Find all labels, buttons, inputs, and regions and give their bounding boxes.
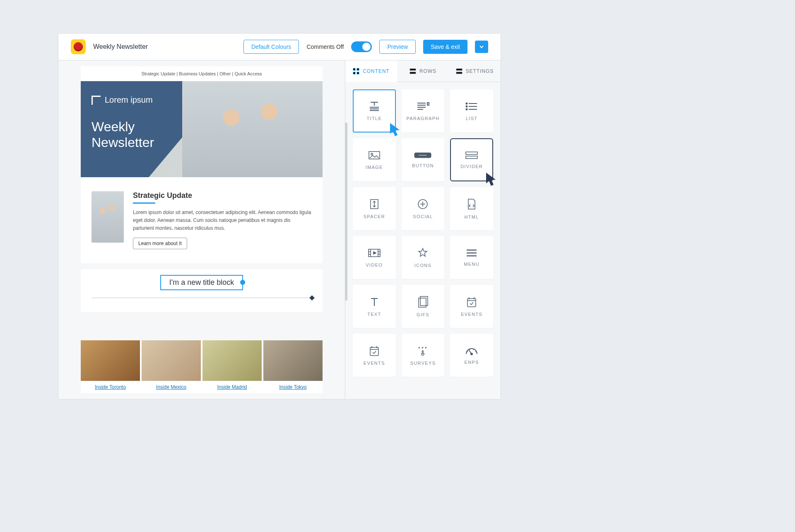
block-paragraph[interactable]: PARAGRAPH: [402, 89, 445, 132]
text-icon: [369, 296, 380, 308]
learn-more-button[interactable]: Learn more about It: [133, 238, 187, 249]
svg-rect-23: [370, 347, 378, 356]
settings-icon: [456, 68, 463, 75]
menu-icon: [465, 248, 478, 258]
svg-point-12: [371, 153, 373, 155]
grid-image: [142, 340, 201, 381]
image-icon: [367, 150, 381, 161]
block-button[interactable]: BUTTON: [402, 138, 445, 181]
calendar-check-icon: [466, 296, 477, 308]
grid-canvas[interactable]: Inside Toronto Inside Mexico Inside Madr…: [81, 340, 323, 393]
brand-name: Lorem ipsum: [105, 95, 153, 105]
default-colours-button[interactable]: Default Colours: [243, 40, 299, 54]
block-enps[interactable]: ENPS: [450, 334, 493, 377]
brand-mark-icon: [92, 96, 101, 105]
tab-rows[interactable]: ROWS: [397, 60, 449, 82]
hero-image: [182, 81, 323, 177]
block-events[interactable]: EVENTS: [450, 285, 493, 328]
strategic-update-section: Strategic Update Lorem ipsum dolor sit a…: [81, 177, 323, 263]
new-title-block[interactable]: I'm a new title block: [160, 275, 243, 290]
svg-rect-3: [357, 72, 359, 74]
gauge-icon: [465, 346, 479, 356]
block-title[interactable]: TITLE: [353, 89, 396, 132]
side-tabs: CONTENT ROWS SETTINGS: [345, 60, 501, 82]
block-menu[interactable]: MENU: [450, 236, 493, 279]
svg-rect-4: [410, 69, 416, 70]
brand-logo: [71, 39, 86, 54]
list-icon: [465, 101, 479, 112]
svg-rect-22: [467, 298, 476, 307]
drag-handle-icon[interactable]: [240, 280, 245, 285]
star-icon: [417, 247, 429, 259]
grid-icon: [353, 68, 359, 75]
svg-rect-11: [369, 152, 380, 159]
preview-button[interactable]: Preview: [379, 40, 416, 54]
spacer-icon: [369, 198, 380, 210]
card-link[interactable]: Inside Madrid: [217, 384, 247, 390]
comments-toggle[interactable]: [351, 41, 372, 52]
card-link[interactable]: Inside Tokyo: [279, 384, 307, 390]
scrollbar[interactable]: [345, 123, 347, 301]
svg-point-9: [466, 106, 467, 107]
document-title: Weekly Newsletter: [93, 43, 148, 51]
svg-point-8: [466, 103, 467, 104]
block-divider[interactable]: DIVIDER: [450, 138, 493, 181]
topbar: Weekly Newsletter Default Colours Commen…: [58, 34, 501, 60]
video-icon: [367, 248, 381, 258]
email-nav: Strategic Update | Business Updates | Ot…: [81, 66, 323, 81]
hero: Lorem ipsum Weekly Newsletter: [81, 81, 323, 177]
editor-body: Strategic Update | Business Updates | Ot…: [58, 60, 501, 399]
rows-icon: [410, 68, 416, 75]
block-text[interactable]: TEXT: [353, 285, 396, 328]
divider-preview: [92, 298, 312, 298]
tab-settings[interactable]: SETTINGS: [449, 60, 501, 82]
svg-rect-2: [353, 72, 355, 74]
svg-point-10: [466, 109, 467, 110]
title-icon: [367, 101, 381, 112]
svg-rect-14: [419, 155, 427, 156]
html-icon: [466, 198, 477, 210]
block-events-2[interactable]: EVENTS: [353, 334, 396, 377]
grid-image: [81, 340, 140, 381]
block-spacer[interactable]: SPACER: [353, 187, 396, 230]
card-link[interactable]: Inside Mexico: [156, 384, 186, 390]
block-list[interactable]: LIST: [450, 89, 493, 132]
content-blocks: TITLE PARAGRAPH LIST IMAGE BUTTON: [345, 82, 501, 381]
save-exit-dropdown[interactable]: [475, 41, 488, 53]
block-social[interactable]: SOCIAL: [402, 187, 445, 230]
tab-content[interactable]: CONTENT: [345, 60, 397, 82]
save-exit-button[interactable]: Save & exit: [423, 40, 467, 54]
block-image[interactable]: IMAGE: [353, 138, 396, 181]
svg-rect-0: [353, 68, 355, 70]
svg-rect-1: [357, 68, 359, 70]
button-icon: [414, 152, 432, 159]
section-title: Strategic Update: [133, 191, 312, 204]
social-icon: [417, 198, 429, 210]
svg-rect-15: [466, 152, 477, 154]
side-panel: CONTENT ROWS SETTINGS TITLE: [345, 60, 501, 399]
section-body: Lorem ipsum dolor sit amet, consectetuer…: [133, 209, 312, 233]
block-gifs[interactable]: GIFS: [402, 285, 445, 328]
card-link[interactable]: Inside Toronto: [95, 384, 126, 390]
chevron-down-icon: [479, 44, 484, 49]
block-icons[interactable]: ICONS: [402, 236, 445, 279]
block-surveys[interactable]: SURVEYS: [402, 334, 445, 377]
svg-rect-16: [466, 156, 477, 159]
app-frame: Weekly Newsletter Default Colours Commen…: [58, 33, 501, 400]
email-canvas[interactable]: Strategic Update | Business Updates | Ot…: [81, 66, 323, 263]
survey-icon: [416, 345, 429, 356]
block-html[interactable]: HTML: [450, 187, 493, 230]
paragraph-icon: [416, 101, 430, 112]
gifs-icon: [417, 296, 429, 308]
svg-rect-5: [410, 72, 416, 74]
canvas-pane: Strategic Update | Business Updates | Ot…: [58, 60, 345, 399]
divider-icon: [464, 151, 479, 160]
block-video[interactable]: VIDEO: [353, 236, 396, 279]
grid-image: [202, 340, 262, 381]
hero-title: Weekly Newsletter: [92, 119, 154, 151]
section-image: [92, 191, 124, 243]
svg-point-25: [471, 353, 472, 355]
new-block-canvas[interactable]: I'm a new title block: [81, 269, 323, 312]
calendar-check-icon: [369, 345, 380, 356]
comments-status[interactable]: Comments Off: [306, 43, 344, 50]
